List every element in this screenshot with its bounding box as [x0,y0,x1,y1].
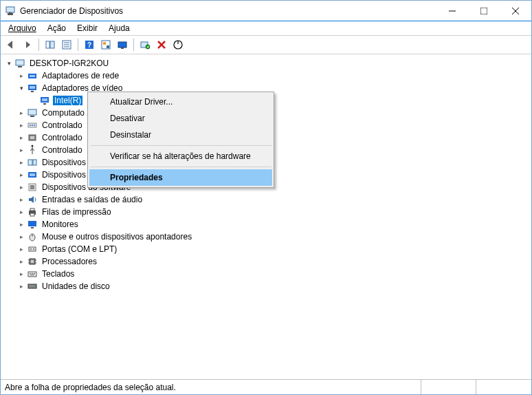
menu-file[interactable]: Arquivo [3,22,41,34]
tree-monitors[interactable]: ▸ Monitores [2,218,530,231]
svg-point-43 [32,145,34,147]
cpu-icon [27,256,38,267]
svg-point-39 [32,125,33,126]
svg-point-38 [30,125,31,126]
svg-rect-4 [480,8,487,14]
svg-rect-36 [30,116,34,117]
tree-label: Dispositivos [41,170,87,180]
svg-text:?: ? [87,41,91,49]
expand-icon[interactable]: ▸ [16,194,27,205]
update-driver-button[interactable] [115,37,130,52]
expand-icon[interactable]: ▸ [16,70,27,81]
tree-label: Processadores [41,257,98,266]
menu-action[interactable]: Ação [43,22,71,34]
tree-label: Portas (COM e LPT) [41,244,118,254]
expand-icon[interactable]: ▸ [16,120,27,131]
menu-update-driver[interactable]: Atualizar Driver... [89,94,272,110]
tree-label: Controlado [41,133,84,142]
tree-disks[interactable]: ▸ Unidades de disco [2,280,530,292]
svg-rect-52 [30,213,34,216]
tree-ports[interactable]: ▸ Portas (COM e LPT) [2,243,530,255]
svg-rect-69 [34,273,35,274]
usb-icon [27,145,38,156]
port-icon [27,244,38,255]
tree-label: Intel(R) [53,96,82,105]
tree-network-adapters[interactable]: ▸ Adaptadores de rede [2,70,530,82]
expand-icon[interactable]: ▸ [16,157,27,168]
expand-icon[interactable]: ▾ [16,83,27,94]
expand-icon[interactable]: ▸ [16,244,27,255]
svg-rect-26 [18,66,22,67]
device-tree[interactable]: ▾ DESKTOP-IGR2KOU ▸ Adaptadores de rede … [1,54,531,379]
svg-point-40 [34,125,35,126]
action-button[interactable] [98,37,113,52]
svg-rect-28 [30,75,35,77]
forward-button[interactable] [20,37,35,52]
title-bar: Gerenciador de Dispositivos [1,1,531,21]
expand-icon[interactable]: ▸ [16,281,27,292]
menu-scan-hardware[interactable]: Verificar se há alterações de hardware [89,148,272,164]
spacer [28,95,39,106]
svg-rect-35 [28,109,36,115]
expand-icon[interactable]: ▸ [16,169,27,180]
expand-icon[interactable]: ▸ [16,182,27,193]
expand-icon[interactable]: ▸ [16,107,27,118]
tree-label: Dispositivos [41,158,87,167]
close-button[interactable] [500,1,531,21]
tree-label: Adaptadores de rede [41,71,120,81]
expand-icon[interactable]: ▸ [16,132,27,143]
tree-print-queues[interactable]: ▸ Filas de impressão [2,206,530,218]
uninstall-button[interactable] [154,37,169,52]
tree-processors[interactable]: ▸ Processadores [2,255,530,268]
expand-icon[interactable]: ▸ [16,145,27,156]
svg-rect-66 [28,272,36,277]
tree-audio[interactable]: ▸ Entradas e saídas de áudio [2,193,530,206]
maximize-button[interactable] [468,1,500,21]
svg-rect-1 [8,13,13,15]
svg-rect-70 [30,275,34,275]
expand-icon[interactable]: ▸ [16,268,27,279]
svg-rect-57 [29,247,36,251]
expand-icon[interactable]: ▾ [3,58,14,69]
menu-separator [90,167,271,167]
menu-properties[interactable]: Propriedades [89,169,272,186]
disk-icon [27,281,38,292]
svg-point-21 [146,45,150,49]
properties-button[interactable] [59,37,74,52]
context-menu: Atualizar Driver... Desativar Desinstala… [87,92,274,188]
tree-root[interactable]: ▾ DESKTOP-IGR2KOU [2,57,530,70]
svg-rect-17 [107,45,109,48]
tree-mouse[interactable]: ▸ Mouse e outros dispositivos apontadore… [2,231,530,243]
menu-disable[interactable]: Desativar [89,110,272,127]
software-icon [27,182,38,193]
svg-rect-25 [16,60,24,65]
svg-rect-44 [28,160,32,165]
menu-view[interactable]: Exibir [72,22,102,34]
svg-rect-34 [43,103,46,105]
toolbar: ? [1,35,531,54]
disable-button[interactable] [170,37,186,52]
back-button[interactable] [3,37,19,52]
network-icon [27,70,38,81]
tree-keyboards[interactable]: ▸ Teclados [2,268,530,280]
scan-hardware-button[interactable] [137,37,153,52]
expand-icon[interactable]: ▸ [16,206,27,217]
svg-rect-30 [30,86,35,89]
svg-rect-68 [32,273,33,274]
menu-uninstall[interactable]: Desinstalar [89,127,272,143]
svg-rect-33 [42,98,47,101]
expand-icon[interactable]: ▸ [16,231,27,242]
expand-icon[interactable]: ▸ [16,219,27,230]
controller-icon [27,120,38,131]
help-button[interactable]: ? [82,37,97,52]
svg-rect-18 [118,42,126,47]
svg-rect-53 [28,221,36,226]
tree-label: Unidades de disco [41,281,111,291]
display-icon [27,83,38,94]
expand-icon[interactable]: ▸ [16,256,27,267]
audio-icon [27,194,38,205]
svg-rect-2 [9,12,12,13]
show-hide-tree-button[interactable] [43,37,58,52]
menu-help[interactable]: Ajuda [104,22,135,34]
minimize-button[interactable] [436,1,468,21]
